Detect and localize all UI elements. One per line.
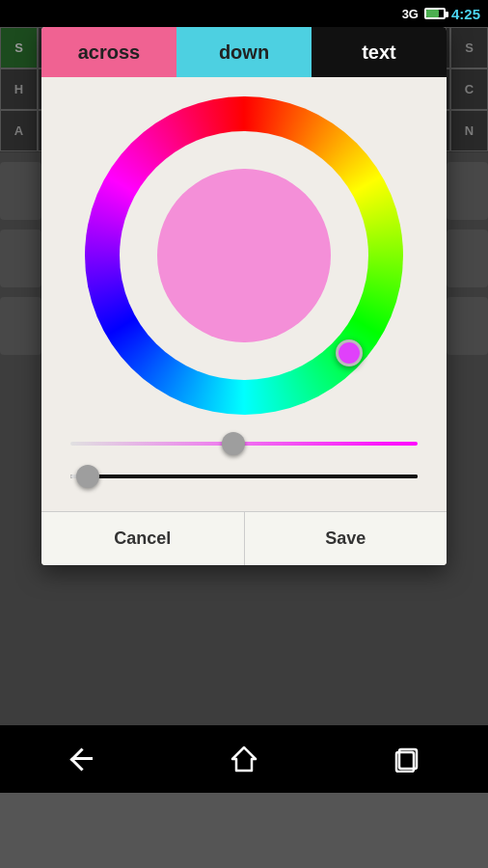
saturation-slider-row [70, 434, 418, 453]
nav-bar [0, 725, 488, 793]
home-button[interactable] [229, 744, 259, 774]
sliders-container [61, 434, 427, 486]
status-bar: 3G 4:25 [0, 0, 488, 27]
saturation-thumb[interactable] [222, 432, 245, 455]
color-preview-circle [157, 169, 331, 342]
tab-bar: across down text [41, 27, 447, 77]
recents-icon [393, 746, 420, 773]
color-picker-area [41, 77, 447, 511]
tab-across[interactable]: across [41, 27, 176, 77]
dialog-overlay: across down text [0, 27, 488, 725]
signal-indicator: 3G [402, 7, 419, 21]
home-icon [230, 746, 258, 773]
brightness-thumb[interactable] [76, 465, 99, 488]
recents-button[interactable] [392, 744, 422, 774]
clock: 4:25 [451, 6, 480, 22]
cancel-button[interactable]: Cancel [41, 512, 245, 565]
brightness-track-dark [88, 475, 418, 478]
save-button[interactable]: Save [245, 512, 447, 565]
tab-down[interactable]: down [176, 27, 312, 77]
hue-wheel-container[interactable] [85, 96, 403, 415]
app-area: S S T S C I I O B I S H A H A B A N T U … [0, 27, 488, 725]
battery-icon [424, 8, 446, 19]
back-arrow-icon [68, 749, 95, 769]
back-button[interactable] [66, 744, 96, 774]
tab-text[interactable]: text [312, 27, 447, 77]
dialog-buttons: Cancel Save [41, 511, 447, 565]
hue-wheel-thumb[interactable] [336, 339, 363, 366]
svg-marker-1 [232, 747, 256, 771]
brightness-slider-row [70, 467, 418, 486]
color-picker-dialog: across down text [41, 27, 447, 565]
